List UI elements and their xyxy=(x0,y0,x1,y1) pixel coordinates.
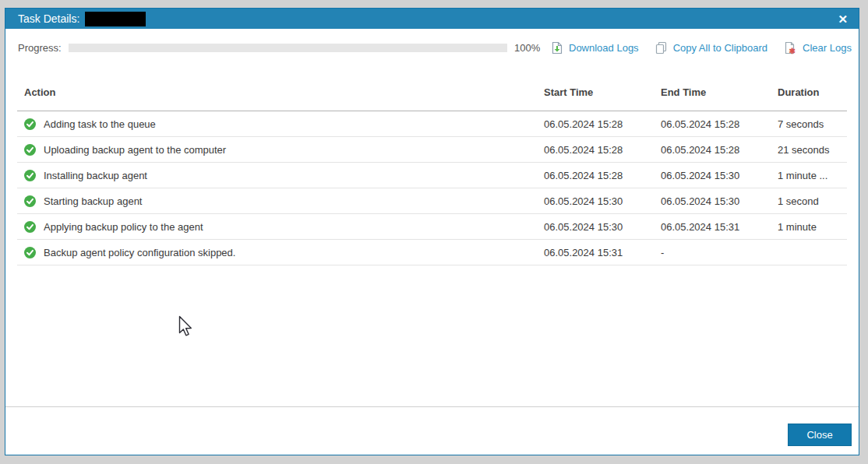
table-row[interactable]: Backup agent policy configuration skippe… xyxy=(17,240,847,265)
status-cell xyxy=(17,195,44,207)
end-time-cell: 06.05.2024 15:28 xyxy=(661,144,778,156)
duration-cell: 1 second xyxy=(778,195,847,207)
progress-percent: 100% xyxy=(514,42,543,54)
action-cell: Backup agent policy configuration skippe… xyxy=(44,247,544,258)
end-time-cell: 06.05.2024 15:28 xyxy=(661,118,778,130)
dialog-titlebar: Task Details: ✕ xyxy=(5,9,859,29)
table-row[interactable]: Uploading backup agent to the computer 0… xyxy=(17,137,847,163)
task-log-table: Action Start Time End Time Duration Addi… xyxy=(17,76,847,265)
start-time-cell: 06.05.2024 15:28 xyxy=(544,144,661,156)
clear-logs-link[interactable]: ✱ Clear Logs xyxy=(784,41,852,54)
status-cell xyxy=(17,144,44,156)
copy-all-label: Copy All to Clipboard xyxy=(673,42,767,54)
progress-row: Progress: 100% Download Logs xyxy=(18,37,846,58)
success-check-icon xyxy=(24,144,36,156)
start-time-cell: 06.05.2024 15:30 xyxy=(544,195,661,207)
action-cell: Installing backup agent xyxy=(44,170,544,181)
table-row[interactable]: Starting backup agent 06.05.2024 15:30 0… xyxy=(17,188,847,214)
svg-text:✱: ✱ xyxy=(789,46,796,54)
copy-icon xyxy=(655,41,668,54)
action-cell: Uploading backup agent to the computer xyxy=(44,144,544,156)
duration-cell: 1 minute xyxy=(778,221,847,233)
table-row[interactable]: Adding task to the queue 06.05.2024 15:2… xyxy=(17,111,847,137)
column-header-end-time: End Time xyxy=(661,86,778,98)
dialog-title: Task Details: xyxy=(18,12,79,25)
table-row[interactable]: Applying backup policy to the agent 06.0… xyxy=(17,214,847,240)
success-check-icon xyxy=(24,221,36,233)
column-header-action: Action xyxy=(17,86,544,98)
column-header-start-time: Start Time xyxy=(544,86,661,98)
success-check-icon xyxy=(24,195,36,207)
duration-cell: 21 seconds xyxy=(778,144,847,156)
clear-logs-icon: ✱ xyxy=(784,41,797,54)
log-actions: Download Logs Copy All to Clipboard ✱ xyxy=(551,41,852,54)
download-logs-label: Download Logs xyxy=(569,42,639,54)
column-header-duration: Duration xyxy=(778,86,847,98)
success-check-icon xyxy=(24,118,36,130)
action-cell: Adding task to the queue xyxy=(44,118,544,130)
success-check-icon xyxy=(24,247,36,258)
status-cell xyxy=(17,118,44,130)
dialog-footer: Close xyxy=(5,406,859,455)
status-cell xyxy=(17,170,44,181)
action-cell: Applying backup policy to the agent xyxy=(44,221,544,233)
progress-bar xyxy=(69,44,507,52)
task-details-dialog: Task Details: ✕ Progress: 100% Download … xyxy=(5,8,859,455)
success-check-icon xyxy=(24,170,36,181)
status-cell xyxy=(17,247,44,258)
download-icon xyxy=(551,41,563,54)
table-header-row: Action Start Time End Time Duration xyxy=(17,76,847,111)
end-time-cell: 06.05.2024 15:30 xyxy=(661,195,778,207)
table-row[interactable]: Installing backup agent 06.05.2024 15:28… xyxy=(17,163,847,188)
copy-all-link[interactable]: Copy All to Clipboard xyxy=(655,41,767,54)
download-logs-link[interactable]: Download Logs xyxy=(551,41,639,54)
close-button[interactable]: Close xyxy=(788,424,852,446)
end-time-cell: 06.05.2024 15:30 xyxy=(661,170,778,181)
start-time-cell: 06.05.2024 15:30 xyxy=(544,221,661,233)
close-icon[interactable]: ✕ xyxy=(838,13,848,25)
duration-cell: 7 seconds xyxy=(778,118,847,130)
duration-cell: 1 minute ... xyxy=(778,170,847,181)
desktop-background: Task Details: ✕ Progress: 100% Download … xyxy=(0,0,868,464)
start-time-cell: 06.05.2024 15:28 xyxy=(544,118,661,130)
progress-label: Progress: xyxy=(18,42,69,54)
end-time-cell: 06.05.2024 15:31 xyxy=(661,221,778,233)
clear-logs-label: Clear Logs xyxy=(803,42,852,54)
end-time-cell: - xyxy=(661,247,778,258)
redacted-task-name xyxy=(85,12,146,26)
start-time-cell: 06.05.2024 15:31 xyxy=(544,247,661,258)
action-cell: Starting backup agent xyxy=(44,195,544,207)
status-cell xyxy=(17,221,44,233)
start-time-cell: 06.05.2024 15:28 xyxy=(544,170,661,181)
